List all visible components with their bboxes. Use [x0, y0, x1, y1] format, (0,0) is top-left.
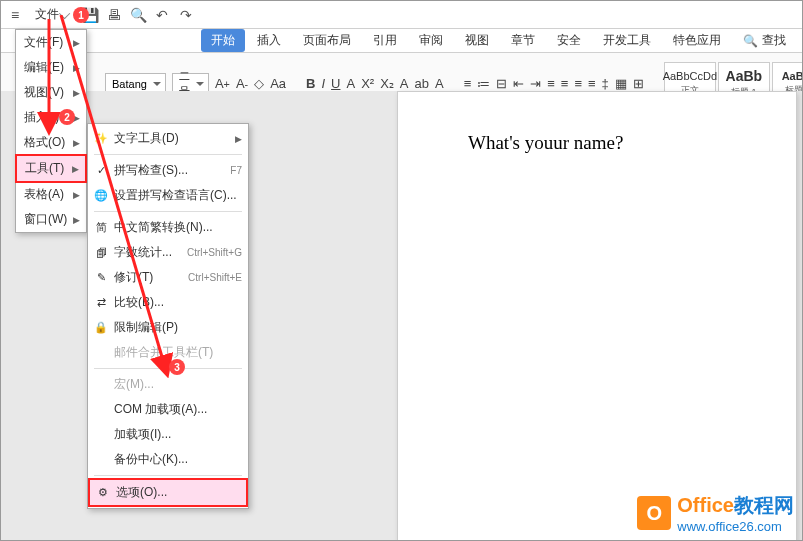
document-page[interactable]: What's youur name?: [397, 91, 797, 541]
tab-devtools[interactable]: 开发工具: [593, 29, 661, 52]
mi-spell-lang[interactable]: 🌐设置拼写检查语言(C)...: [88, 183, 248, 208]
menu-file[interactable]: 文件(F)▶: [16, 30, 86, 55]
mi-restrict[interactable]: 🔒限制编辑(P): [88, 315, 248, 340]
addon-icon: [94, 428, 108, 442]
chevron-right-icon: ▶: [73, 63, 80, 73]
lock-icon: 🔒: [94, 321, 108, 335]
tab-layout[interactable]: 页面布局: [293, 29, 361, 52]
tab-review[interactable]: 审阅: [409, 29, 453, 52]
tab-references[interactable]: 引用: [363, 29, 407, 52]
undo-button[interactable]: ↶: [152, 5, 172, 25]
redo-button[interactable]: ↷: [176, 5, 196, 25]
mail-icon: [94, 346, 108, 360]
preview-icon[interactable]: 🔍: [128, 5, 148, 25]
spellcheck-icon: ✓: [94, 164, 108, 178]
chevron-right-icon: ▶: [73, 215, 80, 225]
mi-macro: 宏(M)...: [88, 372, 248, 397]
mi-ch-convert[interactable]: 简中文简繁转换(N)...: [88, 215, 248, 240]
titlebar: ≡ 文件 💾 🖶 🔍 ↶ ↷: [1, 1, 802, 29]
menu-edit[interactable]: 编辑(E)▶: [16, 55, 86, 80]
compare-icon: ⇄: [94, 296, 108, 310]
chevron-right-icon: ▶: [73, 138, 80, 148]
ribbon-tabs: 开始 插入 页面布局 引用 审阅 视图 章节 安全 开发工具 特色应用 🔍 查找: [1, 29, 802, 53]
plug-icon: [94, 403, 108, 417]
mi-wordcount[interactable]: 🗐字数统计...Ctrl+Shift+G: [88, 240, 248, 265]
separator: [94, 154, 242, 155]
separator: [94, 211, 242, 212]
annotation-badge-1: 1: [73, 7, 89, 23]
chevron-right-icon: ▶: [72, 164, 79, 174]
mi-spellcheck[interactable]: ✓拼写检查(S)...F7: [88, 158, 248, 183]
separator: [94, 475, 242, 476]
menu-table[interactable]: 表格(A)▶: [16, 182, 86, 207]
mi-compare[interactable]: ⇄比较(B)...: [88, 290, 248, 315]
chevron-right-icon: ▶: [73, 88, 80, 98]
tab-sections[interactable]: 章节: [501, 29, 545, 52]
chevron-right-icon: ▶: [73, 190, 80, 200]
tab-insert[interactable]: 插入: [247, 29, 291, 52]
mi-text-tools[interactable]: ✨文字工具(D)▶: [88, 126, 248, 151]
chevron-right-icon: ▶: [235, 134, 242, 144]
annotation-badge-3: 3: [169, 359, 185, 375]
mi-backup[interactable]: 备份中心(K)...: [88, 447, 248, 472]
backup-icon: [94, 453, 108, 467]
menu-tools[interactable]: 工具(T)▶: [15, 154, 87, 183]
gear-icon: ⚙: [96, 486, 110, 500]
mi-com-addin[interactable]: COM 加载项(A)...: [88, 397, 248, 422]
language-icon: 🌐: [94, 189, 108, 203]
tab-security[interactable]: 安全: [547, 29, 591, 52]
watermark-brand: Office教程网: [677, 492, 794, 519]
document-text: What's youur name?: [468, 132, 623, 153]
file-menu-button[interactable]: 文件: [29, 3, 76, 26]
menu-format[interactable]: 格式(O)▶: [16, 130, 86, 155]
main-dropdown-menu: 文件(F)▶ 编辑(E)▶ 视图(V)▶ 插入(I)▶ 格式(O)▶ 工具(T)…: [15, 29, 87, 233]
mi-revision[interactable]: ✎修订(T)Ctrl+Shift+E: [88, 265, 248, 290]
tab-search-label: 查找: [762, 32, 786, 49]
print-icon[interactable]: 🖶: [104, 5, 124, 25]
mi-mailmerge: 邮件合并工具栏(T): [88, 340, 248, 365]
wand-icon: ✨: [94, 132, 108, 146]
menu-insert[interactable]: 插入(I)▶: [16, 105, 86, 130]
watermark-logo-icon: O: [637, 496, 671, 530]
revision-icon: ✎: [94, 271, 108, 285]
convert-icon: 简: [94, 221, 108, 235]
search-icon: 🔍: [743, 34, 758, 48]
menu-view[interactable]: 视图(V)▶: [16, 80, 86, 105]
tab-search[interactable]: 🔍 查找: [733, 29, 796, 52]
file-menu-label: 文件: [35, 6, 59, 23]
count-icon: 🗐: [94, 246, 108, 260]
mi-options[interactable]: ⚙选项(O)...: [88, 478, 248, 507]
macro-icon: [94, 378, 108, 392]
mi-addin[interactable]: 加载项(I)...: [88, 422, 248, 447]
separator: [94, 368, 242, 369]
chevron-down-icon: [59, 7, 70, 18]
annotation-badge-2: 2: [59, 109, 75, 125]
tab-view[interactable]: 视图: [455, 29, 499, 52]
tools-submenu: ✨文字工具(D)▶ ✓拼写检查(S)...F7 🌐设置拼写检查语言(C)... …: [87, 123, 249, 509]
tab-special[interactable]: 特色应用: [663, 29, 731, 52]
watermark: O Office教程网 www.office26.com: [637, 492, 794, 534]
tab-start[interactable]: 开始: [201, 29, 245, 52]
watermark-url: www.office26.com: [677, 519, 794, 534]
chevron-right-icon: ▶: [73, 38, 80, 48]
hamburger-icon[interactable]: ≡: [5, 5, 25, 25]
menu-window[interactable]: 窗口(W)▶: [16, 207, 86, 232]
